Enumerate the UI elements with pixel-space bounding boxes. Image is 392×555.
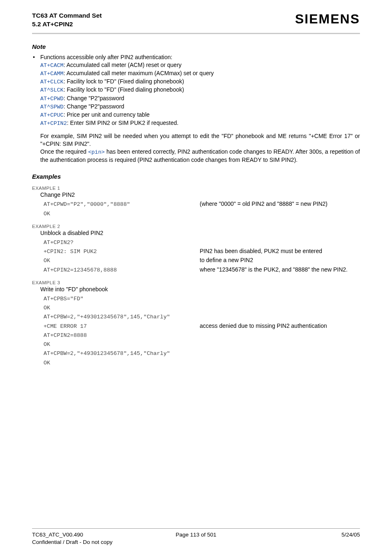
code-note: (where "0000" = old PIN2 and "8888" = ne…	[200, 200, 360, 208]
note-item: AT+CPUC: Price per unit and currency tab…	[40, 111, 360, 119]
code-note: where "12345678" is the PUK2, and "8888"…	[200, 265, 360, 274]
note-body: Functions accessible only after PIN2 aut…	[40, 53, 360, 128]
code-line: AT+CPIN2=8888	[44, 331, 360, 340]
footer-divider	[32, 528, 360, 529]
code-text: AT+CPBS="FD"	[44, 296, 83, 302]
code-text: +CME ERROR 17	[44, 323, 87, 329]
note-item-desc: : Change "P2"password	[64, 103, 125, 110]
code-text: AT+CPIN2=8888	[44, 332, 87, 339]
example3-code: AT+CPBS="FD" OK AT+CPBW=2,"+493012345678…	[44, 294, 360, 367]
code-line: AT+CPIN2=12345678,8888 where "12345678" …	[44, 265, 360, 274]
at-link[interactable]: AT+CAMM	[40, 71, 64, 77]
code-note: access denied due to missing PIN2 authen…	[200, 322, 360, 330]
code-line: OK	[44, 209, 360, 218]
code-text: AT+CPBW=2,"+493012345678",145,"Charly"	[44, 350, 170, 357]
pin-param: <pin>	[88, 149, 105, 155]
code-text: AT+CPIN2?	[44, 240, 74, 246]
code-text: OK	[44, 305, 50, 311]
footer-left: TC63_ATC_V00.490 Confidential / Draft - …	[32, 531, 113, 546]
code-line: AT+CPBW=2,"+493012345678",145,"Charly"	[44, 312, 360, 321]
note-item: AT+CAMM: Accumulated call meter maximum …	[40, 69, 360, 78]
page-footer: TC63_ATC_V00.490 Confidential / Draft - …	[32, 528, 360, 546]
code-line: AT+CPBS="FD"	[44, 294, 360, 303]
footer-doc-id: TC63_ATC_V00.490	[32, 531, 113, 539]
note-heading: Note	[32, 43, 360, 50]
note-para-2: Once the required <pin> has been entered…	[40, 148, 360, 164]
note-para2a: Once the required	[40, 148, 88, 155]
note-item-desc: : Accumulated call meter (ACM) reset or …	[64, 62, 182, 68]
at-link[interactable]: AT^SLCK	[40, 87, 64, 93]
code-line: AT+CPIN2?	[44, 238, 360, 247]
note-item-desc: : Enter SIM PIN2 or SIM PUK2 if requeste…	[67, 120, 179, 126]
code-line: +CME ERROR 17 access denied due to missi…	[44, 322, 360, 331]
note-item: AT+CACM: Accumulated call meter (ACM) re…	[40, 61, 360, 69]
bullet-icon: •	[33, 53, 40, 61]
note-item: AT^SPWD: Change "P2"password	[40, 103, 360, 111]
example3-title: Write into "FD" phonebook	[40, 286, 360, 292]
note-para-1: For example, SIM PIN2 will be needed whe…	[40, 132, 360, 148]
code-note: to define a new PIN2	[200, 256, 360, 265]
footer-date: 5/24/05	[341, 531, 360, 546]
example2-title: Unblock a disabled PIN2	[40, 230, 360, 236]
note-item-desc: : Change "P2"password	[64, 95, 125, 101]
code-text: AT+CPIN2=12345678,8888	[44, 267, 117, 273]
at-link[interactable]: AT+CLCK	[40, 79, 64, 85]
code-text: AT+CPBW=2,"+493012345678",145,"Charly"	[44, 314, 170, 320]
footer-confidential: Confidential / Draft - Do not copy	[32, 539, 113, 546]
code-text: OK	[44, 360, 50, 366]
code-text: OK	[44, 211, 50, 217]
example1-title: Change PIN2	[40, 191, 360, 198]
footer-row: TC63_ATC_V00.490 Confidential / Draft - …	[32, 531, 360, 546]
at-link[interactable]: AT+CACM	[40, 62, 64, 69]
code-line: +CPIN2: SIM PUK2 PIN2 has been disabled,…	[44, 247, 360, 256]
example1-label: EXAMPLE 1	[32, 186, 360, 191]
at-link[interactable]: AT+CPUC	[40, 112, 64, 118]
code-text: OK	[44, 258, 50, 264]
code-text: AT+CPWD="P2","0000","8888"	[44, 201, 130, 207]
page: TC63 AT Command Set 5.2 AT+CPIN2 SIEMENS…	[0, 0, 392, 555]
note-item: AT+CPWD: Change "P2"password	[40, 94, 360, 103]
example2-label: EXAMPLE 2	[32, 224, 360, 229]
note-item: AT^SLCK: Facility lock to "FD" (Fixed di…	[40, 86, 360, 94]
at-link[interactable]: AT^SPWD	[40, 104, 64, 110]
header-divider	[32, 33, 360, 34]
examples-heading: Examples	[32, 173, 360, 180]
note-lead: Functions accessible only after PIN2 aut…	[40, 53, 360, 61]
note-item: AT+CLCK: Facility lock to "FD" (Fixed di…	[40, 78, 360, 86]
example2-code: AT+CPIN2? +CPIN2: SIM PUK2 PIN2 has been…	[44, 238, 360, 274]
doc-title: TC63 AT Command Set	[32, 12, 102, 20]
code-line: AT+CPWD="P2","0000","8888" (where "0000"…	[44, 200, 360, 209]
at-link[interactable]: AT+CPIN2	[40, 120, 67, 127]
code-line: OK	[44, 303, 360, 312]
note-bullet: • Functions accessible only after PIN2 a…	[33, 53, 360, 128]
example3-label: EXAMPLE 3	[32, 280, 360, 285]
code-note: PIN2 has been disabled, PUK2 must be ent…	[200, 247, 360, 256]
code-line: OK to define a new PIN2	[44, 256, 360, 265]
note-item-desc: : Price per unit and currency table	[64, 111, 150, 118]
page-header: TC63 AT Command Set 5.2 AT+CPIN2 SIEMENS	[32, 12, 360, 29]
note-item: AT+CPIN2: Enter SIM PIN2 or SIM PUK2 if …	[40, 119, 360, 127]
code-text: OK	[44, 341, 50, 348]
doc-section: 5.2 AT+CPIN2	[32, 20, 102, 29]
code-line: AT+CPBW=2,"+493012345678",145,"Charly"	[44, 349, 360, 358]
siemens-logo: SIEMENS	[295, 12, 360, 27]
code-line: OK	[44, 358, 360, 367]
code-text: +CPIN2: SIM PUK2	[44, 249, 97, 255]
example1-code: AT+CPWD="P2","0000","8888" (where "0000"…	[44, 200, 360, 218]
note-item-desc: : Facility lock to "FD" (Fixed dialing p…	[64, 86, 184, 93]
header-left: TC63 AT Command Set 5.2 AT+CPIN2	[32, 12, 102, 29]
code-line: OK	[44, 340, 360, 349]
at-link[interactable]: AT+CPWD	[40, 96, 64, 102]
note-item-desc: : Accumulated call meter maximum (ACMmax…	[64, 70, 214, 76]
note-item-desc: : Facility lock to "FD" (Fixed dialing p…	[64, 78, 184, 85]
